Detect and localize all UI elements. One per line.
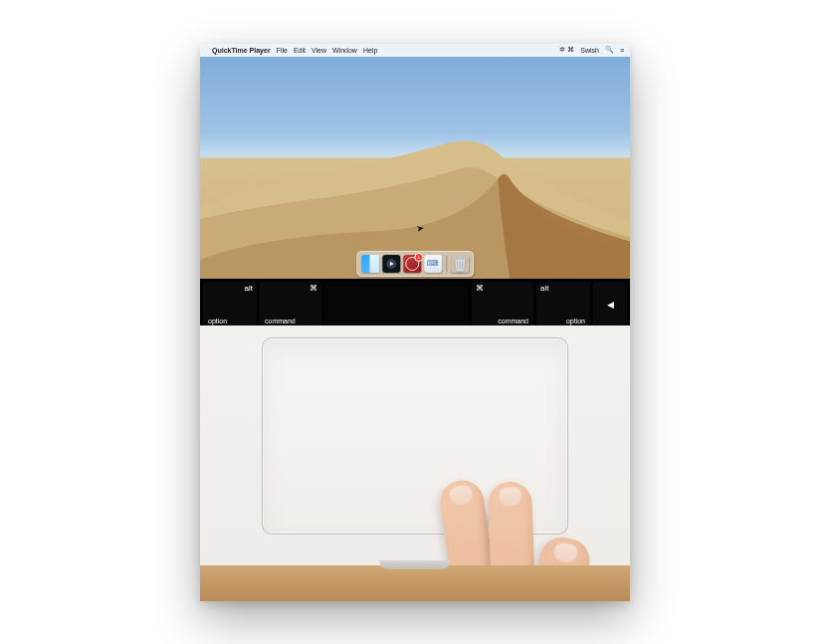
key-cmd-symbol: ⌘: [476, 284, 484, 293]
dock-hazel-icon[interactable]: 1: [403, 255, 421, 273]
dock-finder-icon[interactable]: [361, 255, 379, 273]
key-option-left[interactable]: alt option: [203, 282, 257, 327]
arrow-left-glyph: ◀: [607, 300, 614, 310]
menubar-item-window[interactable]: Window: [332, 47, 357, 54]
key-spacebar[interactable]: [324, 282, 469, 327]
desktop-screen[interactable]: QuickTime Player File Edit View Window H…: [200, 44, 630, 279]
dock-trash-icon[interactable]: [451, 255, 469, 273]
menubar-status-icons[interactable]: ✲ ⌘: [559, 46, 574, 54]
key-alt-symbol: alt: [540, 284, 548, 293]
desk-surface: [200, 565, 630, 601]
key-command-right[interactable]: ⌘ command: [472, 282, 533, 327]
macos-menubar: QuickTime Player File Edit View Window H…: [200, 44, 630, 57]
dock-quicktime-icon[interactable]: [382, 255, 400, 273]
key-arrow-left[interactable]: ◀: [593, 282, 627, 327]
key-option-label: option: [208, 318, 227, 324]
menubar-item-view[interactable]: View: [311, 47, 326, 54]
key-cmd-symbol: ⌘: [310, 284, 317, 293]
key-command-left[interactable]: ⌘ command: [260, 282, 321, 327]
svg-rect-1: [458, 256, 462, 258]
dock-separator: [446, 256, 447, 272]
dock-touchkey-icon[interactable]: [424, 255, 442, 273]
keyboard-bottom-row: alt option ⌘ command ⌘ command alt optio…: [200, 279, 630, 330]
menubar-item-edit[interactable]: Edit: [294, 47, 306, 54]
notification-center-icon[interactable]: ≡: [620, 47, 624, 54]
device-frame: QuickTime Player File Edit View Window H…: [200, 44, 630, 601]
dock: 1: [356, 251, 474, 277]
menubar-swish[interactable]: Swish: [580, 47, 599, 54]
key-alt-symbol: alt: [245, 284, 253, 293]
key-command-label: command: [265, 318, 296, 324]
dock-badge: 1: [414, 253, 423, 262]
key-command-label: command: [498, 318, 528, 324]
key-option-right[interactable]: alt option: [536, 282, 590, 327]
menubar-app-name[interactable]: QuickTime Player: [212, 47, 271, 54]
key-option-label: option: [566, 318, 585, 324]
mouse-cursor: ➤: [415, 222, 425, 233]
spotlight-icon[interactable]: 🔍: [605, 46, 614, 54]
laptop-palmrest: [200, 325, 630, 601]
menubar-item-help[interactable]: Help: [363, 47, 377, 54]
menubar-item-file[interactable]: File: [277, 47, 288, 54]
